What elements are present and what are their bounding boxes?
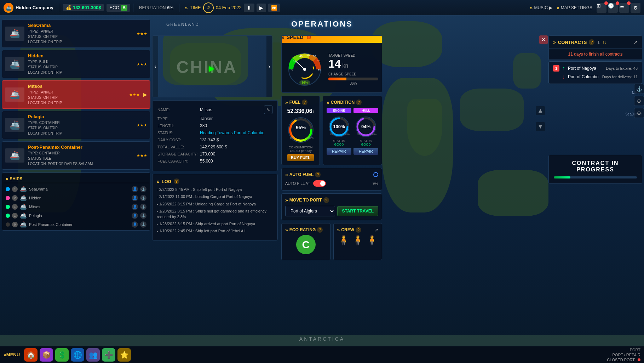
map-scroll-left[interactable]: ‹ — [153, 36, 158, 97]
contract-item-0[interactable]: 1 ↑ Port of Nagoya Days to Expire: 46 ↓ … — [548, 61, 642, 84]
auto-fill-toggle[interactable] — [313, 180, 326, 187]
time-circle[interactable]: ⏱ — [203, 2, 214, 13]
eco-question[interactable]: ? — [317, 227, 323, 233]
crew-question[interactable]: ? — [356, 227, 361, 233]
map-controls: ⊞ 🕐 ☁ ⚙ — [597, 3, 640, 13]
repair-hull-btn[interactable]: REPAIR — [353, 148, 378, 155]
contracts-question[interactable]: ? — [589, 39, 594, 45]
ship-card-mitsos[interactable]: 🚢 Mitsos TYPE: TANKER STATUS: ON TRIP LO… — [2, 80, 150, 109]
log-card: » LOG ? - 2/2/2022 8:45 AM : Ship left p… — [152, 174, 278, 240]
app-icon-money[interactable]: 💲 — [55, 348, 69, 362]
clock-btn[interactable]: 🕐 — [608, 3, 618, 13]
pause-btn[interactable]: ⏸ — [244, 4, 254, 12]
ship-card-pelagia[interactable]: 🚢 Pelagia TYPE: CONTAINER STATUS: ON TRI… — [2, 111, 150, 139]
mini-ship-anchor-4[interactable]: ⚓ — [140, 221, 146, 228]
map-settings-btn[interactable]: » MAP SETTINGS — [557, 5, 592, 11]
consumption-label: CONSUMPTION — [285, 146, 316, 149]
map-nav-down[interactable]: ▼ — [536, 122, 545, 131]
map-scroll-right[interactable]: › — [266, 36, 272, 97]
settings-btn[interactable]: ⚙ — [631, 3, 640, 13]
map-btn-1[interactable]: ⚓ — [634, 84, 644, 94]
mini-ship-anchor-0[interactable]: ⚓ — [140, 186, 146, 192]
svg-text:70: 70 — [317, 60, 320, 63]
mini-ship-person-2[interactable]: 👤 — [132, 204, 138, 210]
mini-ship-anchor-1[interactable]: ⚓ — [140, 195, 146, 201]
ship-marker[interactable]: ▶ — [209, 64, 214, 73]
app-icon-users[interactable]: 👥 — [86, 348, 100, 362]
map-nav-up[interactable]: ▲ — [536, 106, 545, 115]
move-to-port-card: » MOVE TO PORT ? Port of Algiers START T… — [281, 193, 382, 220]
fast-forward-btn[interactable]: ⏩ — [268, 4, 280, 12]
buy-fuel-btn[interactable]: BUY FUEL — [287, 154, 314, 161]
mini-ship-anchor-3[interactable]: ⚓ — [140, 212, 146, 219]
ship-icon-pelagia: 🚢 — [5, 118, 24, 132]
contract-progress-track — [554, 176, 637, 178]
app-icon-star[interactable]: ⭐ — [117, 348, 131, 362]
port-select[interactable]: Port of Algiers — [285, 206, 335, 216]
play-btn[interactable]: ▶ — [257, 4, 266, 12]
mini-ship-dot-4 — [6, 222, 10, 227]
mini-ship-row-3[interactable]: 1 🚢 Pelagia 👤 ⚓ — [4, 211, 149, 220]
ship-name-hidden: Hidden — [28, 53, 133, 58]
app-icon-globe[interactable]: 🌐 — [71, 348, 84, 362]
mini-ship-row-4[interactable]: 0 🚢 Post-Panamax Container 👤 ⚓ — [4, 220, 149, 229]
mini-ship-person-3[interactable]: 👤 — [132, 212, 138, 219]
map-side-buttons: ⚓ ⊕ ⊖ — [634, 84, 644, 118]
mini-ship-row-2[interactable]: 1 🚢 Mitsos 👤 ⚓ — [4, 202, 149, 211]
port-label-repair: PORT / REPAIR — [613, 353, 640, 357]
ship-card-postpanamax[interactable]: 🚢 Post-Panamax Container TYPE: CONTAINER… — [2, 141, 150, 170]
start-travel-btn[interactable]: START TRAVEL — [337, 206, 378, 216]
mini-ship-person-4[interactable]: 👤 — [132, 221, 138, 228]
engine-section: ENGINE 100% 0% 100% STATUS GOOD REP — [327, 108, 351, 155]
app-icon-home[interactable]: 🏠 — [24, 348, 38, 362]
mini-ship-anchor-2[interactable]: ⚓ — [140, 204, 146, 210]
total-value-label: TOTAL VALUE: — [157, 145, 200, 149]
auto-fuel-card: » AUTO FUEL ? AUTO FILL AT 9% — [281, 168, 382, 191]
daily-cost-label: DAILY COST: — [157, 138, 200, 142]
close-button[interactable]: ✕ — [539, 35, 548, 44]
speed-dot — [307, 35, 311, 39]
mini-ship-person-0[interactable]: 👤 — [132, 186, 138, 192]
map-btn-2[interactable]: ⊕ — [634, 96, 644, 106]
music-btn[interactable]: » MUSIC ▶ — [530, 5, 552, 11]
fuel-unit: t — [313, 109, 314, 114]
map-btn-3[interactable]: ⊖ — [634, 108, 644, 118]
weather-btn[interactable]: ☁ — [619, 3, 629, 13]
mini-ship-name-3: Pelagia — [29, 214, 130, 218]
fuel-title: FUEL — [289, 100, 300, 105]
move-port-question[interactable]: ? — [323, 197, 329, 203]
ship-card-searama[interactable]: 🚢 SeaOrama TYPE: TANKER STATUS: ON TRIP … — [2, 19, 150, 48]
auto-fuel-question[interactable]: ? — [315, 172, 321, 177]
mini-ship-icon-1: 🚢 — [20, 194, 27, 201]
svg-text:0: 0 — [292, 68, 293, 71]
fuel-gauge-svg: 95% 0% 100% — [287, 116, 315, 144]
fuel-question[interactable]: ? — [302, 100, 307, 105]
ship-name-value: Mitsos — [200, 107, 212, 112]
contracts-sort: ↑↓ — [603, 40, 606, 44]
speed-slider-track[interactable] — [328, 78, 378, 80]
svg-text:80: 80 — [318, 68, 321, 71]
ship-icon-postpanamax: 🚢 — [5, 148, 24, 163]
mini-ship-row-0[interactable]: 1 🚢 SeaDrama 👤 ⚓ — [4, 185, 149, 193]
condition-question[interactable]: ? — [356, 100, 362, 105]
mini-ship-person-1[interactable]: 👤 — [132, 195, 138, 201]
mini-ship-num-1: 2 — [12, 195, 18, 201]
mini-ship-name-1: Hidden — [29, 196, 130, 200]
map-grid-btn[interactable]: ⊞ — [597, 3, 606, 13]
contracts-external-link[interactable]: ↗ — [633, 39, 638, 45]
app-icon-add[interactable]: ➕ — [102, 348, 115, 362]
edit-name-btn[interactable]: ✎ — [264, 106, 272, 114]
mini-ship-row-1[interactable]: 2 🚢 Hidden 👤 ⚓ — [4, 193, 149, 202]
log-question[interactable]: ? — [174, 178, 179, 184]
contract-to-port: Port of Colombo — [568, 74, 599, 79]
eco-label: ECO B — [107, 4, 130, 12]
ship-card-hidden[interactable]: 🚢 Hidden TYPE: BULK STATUS: ON TRIP LOCA… — [2, 50, 150, 78]
crew-external-link[interactable]: ↗ — [374, 227, 378, 233]
eco-crew-section: » ECO RATING ? C » CREW ? ↗ 🧍 🧍 🧍 — [281, 223, 382, 260]
app-icon-purple[interactable]: 📦 — [40, 348, 53, 362]
svg-point-10 — [303, 68, 306, 71]
mini-ship-num-0: 1 — [12, 186, 18, 192]
speed-title: SPEED — [287, 35, 303, 40]
fuel-cap-row: FUEL CAPACITY: 55.000 — [157, 159, 272, 164]
repair-engine-btn[interactable]: REPAIR — [327, 148, 351, 155]
